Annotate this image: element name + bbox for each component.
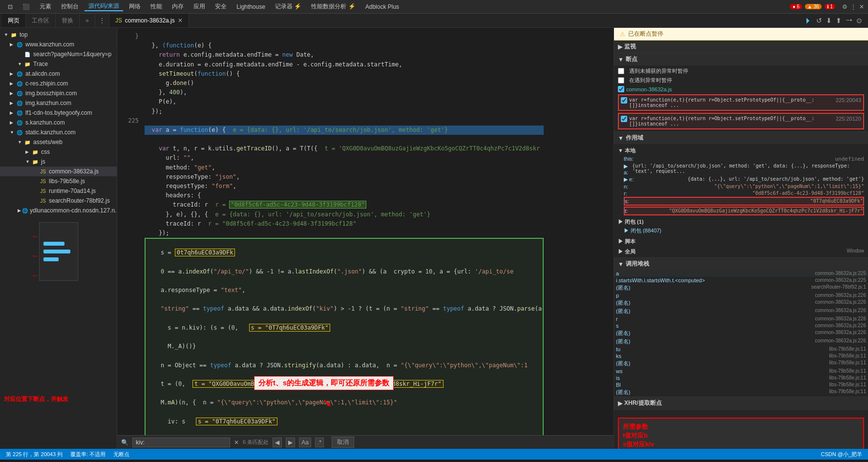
- scope-closure-header[interactable]: ▶ 闭包 (1): [618, 217, 864, 227]
- scope-script-header[interactable]: ▶ 脚本: [618, 237, 864, 246]
- callstack-item-is[interactable]: is libs-79b58e.js:11: [614, 375, 868, 381]
- search-input[interactable]: [132, 438, 230, 447]
- tree-item-searchrouter[interactable]: JS searchRouter-78bf92.js: [0, 196, 117, 206]
- callstack-item-anon2[interactable]: (匿名) common-38632a.js:226: [614, 299, 868, 307]
- menu-perf-insights[interactable]: 性能数据分析 ⚡: [307, 2, 359, 11]
- code-line-6: }, 400),: [145, 89, 187, 96]
- tree-item-assets[interactable]: ▼ 📁 assets/web: [0, 137, 117, 147]
- menu-elements[interactable]: 元素: [36, 2, 55, 11]
- search-prev-btn[interactable]: ◀: [273, 438, 282, 447]
- devtools-icon-2[interactable]: ⬛: [19, 3, 34, 10]
- bp-check-2[interactable]: [621, 116, 627, 122]
- breakpoint-row-2[interactable]: var r=function(e,t){return r=Object.setP…: [621, 115, 861, 127]
- menu-application[interactable]: 应用: [190, 2, 209, 11]
- menu-performance[interactable]: 性能: [147, 2, 166, 11]
- tree-item-lf1[interactable]: ▶ 🌐 lf1-cdn-tos.bytegoofy.com: [0, 108, 117, 118]
- tree-item-skanzhun[interactable]: ▶ 🌐 s.kanzhun.com: [0, 118, 117, 127]
- tab-workspace[interactable]: 工作区: [26, 14, 56, 27]
- callstack-item-ws[interactable]: ws libs-79b58e.js:11: [614, 368, 868, 375]
- tree-item-cres[interactable]: ▶ 🌐 c-res.zhipin.com: [0, 79, 117, 88]
- menu-recorder[interactable]: 记录器 ⚡: [271, 2, 305, 11]
- breakpoints-section: ▼ 断点 遇到未捕获的异常时暂停 在遇到异常时暂停 common-38632a.…: [614, 53, 868, 132]
- code-line-4: setTimeout(function() {: [145, 70, 240, 77]
- callstack-item-anon1[interactable]: (匿名) searchRouter-78bf92.js:1: [614, 284, 868, 292]
- debug-stepinto-btn[interactable]: ⬇: [826, 17, 832, 24]
- scope-local-header[interactable]: ▼ 本地: [618, 146, 864, 155]
- menu-lighthouse[interactable]: Lighthouse: [233, 3, 269, 10]
- tab-overrides[interactable]: 替换: [56, 14, 80, 27]
- tree-item-trace[interactable]: ▼ 📁 Trace: [0, 59, 117, 69]
- menu-memory[interactable]: 内存: [168, 2, 188, 11]
- checkbox-caught[interactable]: [618, 77, 624, 84]
- bp-file-check-1[interactable]: [618, 86, 624, 92]
- more-icon[interactable]: ⋮: [850, 3, 856, 10]
- tree-item-runtime[interactable]: JS runtime-70ad14.js: [0, 186, 117, 196]
- menu-adblock[interactable]: Adblock Plus: [361, 3, 403, 10]
- tree-item-libs[interactable]: JS libs-79b58e.js: [0, 176, 117, 186]
- menu-network[interactable]: 网络: [125, 2, 145, 11]
- search-clear-btn[interactable]: ✕: [234, 439, 239, 446]
- close-icon[interactable]: ✕: [859, 3, 864, 10]
- breakpoint-row-1[interactable]: var r=function(e,t){return r=Object.setP…: [621, 96, 861, 109]
- debug-stepover-btn[interactable]: ↺: [816, 17, 822, 24]
- devtools-icon-1[interactable]: ⊡: [4, 3, 17, 10]
- search-regex-btn[interactable]: .*: [315, 438, 324, 447]
- callstack-item-anon7[interactable]: (匿名) libs-79b58e.js:11: [614, 388, 868, 397]
- code-line-26: M._A)()}: [147, 342, 542, 351]
- bp-check-1[interactable]: [621, 97, 627, 104]
- debug-stepout-btn[interactable]: ⬆: [836, 17, 842, 24]
- checkbox-uncaught[interactable]: [618, 68, 624, 74]
- tree-item-common[interactable]: JS common-38632a.js: [0, 167, 117, 176]
- tree-item-imgkanzun[interactable]: ▶ 🌐 img.kanzhun.com: [0, 98, 117, 108]
- tree-item-js[interactable]: ▼ 📁 js: [0, 157, 117, 167]
- scope-closure-item[interactable]: ▶ 闭包 (88407): [624, 227, 864, 235]
- tree-item-ydluna[interactable]: ▶ 🌐 ydlunacommon-cdn.nosdn.127.n...: [0, 206, 117, 215]
- tree-item-search[interactable]: 📄 search?pageNum=1&query=p: [0, 49, 117, 59]
- search-next-btn[interactable]: ▶: [286, 438, 295, 447]
- debug-resume-btn[interactable]: ⏵: [804, 16, 812, 25]
- callstack-item-istarts[interactable]: i.startsWith.i.startsWith.t.<computed> c…: [614, 277, 868, 284]
- callstack-item-r[interactable]: r common-38632a.js:226: [614, 315, 868, 322]
- scope-global-header[interactable]: ▶ 全局 Window: [618, 248, 864, 255]
- status-bar: 第 225 行，第 20043 列 覆盖率: 不适用 无断点 CSDN @小_肥…: [0, 449, 868, 460]
- xhr-header[interactable]: ▶ XHR/提取断点: [614, 397, 868, 409]
- sidebar-menu-icon[interactable]: ⋮: [95, 17, 109, 24]
- callstack-item-s[interactable]: s common-38632a.js:226: [614, 322, 868, 329]
- code-line-19: traceId: r r = "0d8f5c6f-ad5c-4c23-9d48-…: [145, 220, 356, 227]
- callstack-header[interactable]: ▼ 调用堆栈: [614, 258, 868, 270]
- settings-icon[interactable]: ⚙: [842, 3, 847, 10]
- breakpoints-header[interactable]: ▼ 断点: [614, 53, 868, 65]
- callstack-item-ks[interactable]: ks libs-79b58e.js:11: [614, 353, 868, 359]
- tree-item-kanzhun[interactable]: ▶ 🌐 www.kanzhun.com: [0, 40, 117, 49]
- callstack-item-anon3[interactable]: (匿名) common-38632a.js:226: [614, 307, 868, 315]
- scope-header[interactable]: ▼ 作用域: [614, 132, 868, 144]
- menu-sources[interactable]: 源代码/来源: [85, 2, 123, 11]
- callstack-item-anon4[interactable]: (匿名) common-38632a.js:226: [614, 329, 868, 337]
- debug-step-btn[interactable]: ⭢: [846, 17, 852, 24]
- scope-a[interactable]: ▶ a: {url: '/api_to/search/job.json', me…: [624, 163, 864, 176]
- scope-e[interactable]: ▶ e: {data: {...}, url: '/api_to/search/…: [624, 176, 864, 183]
- callstack-item-a[interactable]: a common-38632a.js:225: [614, 270, 868, 277]
- tree-item-css[interactable]: ▶ 📁 css: [0, 147, 117, 157]
- file-tab-name[interactable]: common-38632a.js: [125, 17, 175, 24]
- tree-item-alicdn[interactable]: ▶ 🌐 at.alicdn.com: [0, 69, 117, 79]
- callstack-item-anon6[interactable]: (匿名) libs-79b58e.js:11: [614, 359, 868, 368]
- debug-deactivate-btn[interactable]: ⊙: [856, 17, 862, 24]
- menu-security[interactable]: 安全: [211, 2, 231, 11]
- tree-item-top[interactable]: ▼ 📁 top: [0, 30, 117, 40]
- menu-console[interactable]: 控制台: [57, 2, 83, 11]
- watch-header[interactable]: ▶ 监视: [614, 41, 868, 53]
- tree-item-static[interactable]: ▼ 🌐 static.kanzhun.com: [0, 127, 117, 137]
- bp-line-1: 225:20043: [836, 97, 861, 103]
- callstack-item-bl[interactable]: Bl libs-79b58e.js:11: [614, 381, 868, 388]
- file-tab-close[interactable]: ✕: [178, 17, 183, 24]
- search-case-btn[interactable]: Aa: [299, 438, 311, 447]
- tab-webpage[interactable]: 网页: [2, 14, 26, 27]
- search-cancel-btn[interactable]: 取消: [332, 437, 354, 448]
- callstack-item-anon5[interactable]: (匿名) common-38632a.js:226: [614, 337, 868, 346]
- callstack-item-p[interactable]: p common-38632a.js:226: [614, 292, 868, 299]
- code-line-13: method: "get",: [145, 164, 215, 171]
- callstack-item-tu[interactable]: tu libs-79b58e.js:11: [614, 346, 868, 353]
- tree-item-imgboss[interactable]: ▶ 🌐 img.bosszhipin.com: [0, 88, 117, 98]
- tab-more[interactable]: »: [80, 14, 95, 27]
